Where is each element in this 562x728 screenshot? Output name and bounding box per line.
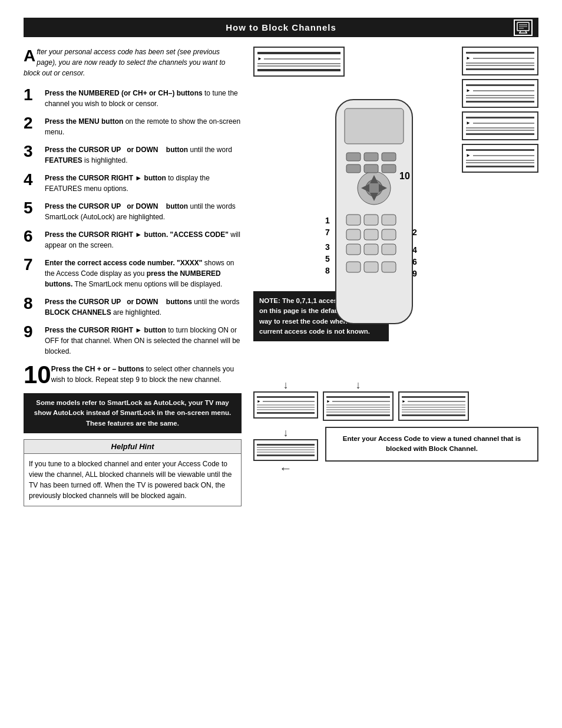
svg-text:1: 1	[325, 216, 330, 225]
remote-control-diagram: 10 1 7 2 4 6 9 3	[312, 94, 442, 343]
main-tv-line-bot	[257, 69, 340, 71]
tv2-line2	[466, 95, 534, 96]
tv3-line3	[466, 130, 534, 131]
btv3-thin4	[402, 409, 465, 410]
arrow-pointing-right: ←	[279, 461, 292, 476]
btv2-thin1	[332, 401, 390, 402]
btv2-row1: ►	[326, 399, 390, 403]
tv2-dots-row: ►	[466, 88, 534, 93]
step-6-number: 6	[24, 228, 45, 245]
step-4: 4 Press the CURSOR RIGHT ► button to dis…	[24, 172, 242, 194]
right-column: ► ►	[253, 47, 538, 506]
step-8: 8 Press the CURSOR UP or DOWN buttons un…	[24, 295, 242, 318]
btv3-line1	[402, 396, 465, 398]
svg-rect-28	[364, 153, 378, 161]
svg-text:2: 2	[412, 228, 417, 237]
step-10-text: Press the CH + or – buttons to select ot…	[51, 363, 242, 385]
left-column: A fter your personal access code has bee…	[24, 47, 242, 506]
main-tv-thin1	[264, 58, 340, 60]
helpful-hint-title-text: Helpful Hint	[111, 442, 154, 451]
btv3-row1: ►	[402, 399, 465, 403]
btv1-row1: ►	[257, 399, 315, 403]
btv4-thin1	[257, 447, 315, 448]
step-7: 7 Enter the correct access code number. …	[24, 256, 242, 289]
main-tv-thin2	[257, 63, 340, 64]
bottom-tv4-arrow: ↓	[283, 427, 289, 439]
step-6: 6 Press the CURSOR RIGHT ► button. "ACCE…	[24, 228, 242, 251]
step-1-number: 1	[24, 87, 45, 103]
svg-text:6: 6	[412, 257, 417, 266]
remote-svg: 10 1 7 2 4 6 9 3	[312, 94, 442, 341]
helpful-hint-section: Helpful Hint If you tune to a blocked ch…	[24, 439, 242, 506]
tv-line-thin3	[466, 65, 534, 66]
steps-list: 1 Press the NUMBERED (or CH+ or CH–) but…	[24, 87, 242, 387]
svg-text:8: 8	[325, 266, 330, 275]
bottom-tv-4-wrap: ↓ ←	[253, 427, 318, 476]
tv-line	[466, 52, 534, 54]
btv1-line-bot	[257, 412, 315, 414]
btv2-line-bot	[326, 414, 390, 416]
svg-rect-16	[364, 215, 378, 225]
tv2-line3	[466, 97, 534, 98]
tv3-line-top	[466, 117, 534, 118]
step-9-number: 9	[24, 324, 45, 340]
bottom-tv3-spacer: ↓	[431, 379, 437, 391]
step-5-number: 5	[24, 200, 45, 216]
smartlock-note-text: Some models refer to SmartLock as AutoLo…	[34, 399, 231, 427]
step-9-text: Press the CURSOR RIGHT ► button to turn …	[45, 324, 242, 357]
step-3-number: 3	[24, 143, 45, 160]
tv-line-thin	[473, 58, 534, 59]
svg-rect-17	[382, 215, 396, 225]
svg-text:9: 9	[412, 269, 417, 278]
tv4-line-bottom	[466, 166, 534, 167]
svg-rect-25	[364, 262, 378, 272]
btv4-line1	[257, 444, 315, 446]
tv4-arrow-right: ►	[466, 153, 471, 158]
svg-rect-32	[382, 164, 396, 173]
tv-line-thin2	[466, 62, 534, 64]
tv4-line-top	[466, 149, 534, 151]
step-5: 5 Press the CURSOR UP or DOWN button unt…	[24, 200, 242, 222]
svg-rect-31	[364, 164, 378, 173]
page-header: How to Block Channels	[24, 18, 538, 37]
main-tv-inner: ►	[254, 48, 343, 75]
tv-dots-row: ►	[466, 55, 534, 61]
step-2-text: Press the MENU button on the remote to s…	[45, 115, 242, 137]
svg-rect-26	[382, 262, 396, 272]
bottom-tv-4	[253, 439, 318, 461]
tv-arrow-right: ►	[466, 55, 471, 61]
tv2-line-top	[466, 84, 534, 86]
intro-text: A fter your personal access code has bee…	[24, 47, 242, 78]
svg-rect-22	[364, 244, 378, 255]
svg-text:5: 5	[325, 254, 330, 263]
bottom-tv-3: ►	[398, 391, 469, 421]
btv1-arrow: ►	[257, 399, 261, 403]
main-layout: A fter your personal access code has bee…	[24, 47, 538, 506]
btv3-line-bot	[402, 414, 465, 416]
bottom-tv2-arrow: ↓	[356, 379, 361, 391]
tv3-line2	[466, 127, 534, 129]
smartlock-note: Some models refer to SmartLock as AutoLo…	[24, 393, 242, 433]
svg-rect-29	[382, 153, 396, 161]
btv4-thin2	[257, 449, 315, 450]
btv1-thin1	[263, 401, 315, 402]
bottom-tv-2: ►	[323, 391, 394, 421]
svg-rect-21	[346, 244, 361, 255]
step-5-text: Press the CURSOR UP or DOWN button until…	[45, 200, 242, 222]
helpful-hint-title: Helpful Hint	[24, 440, 241, 454]
diagram-area: ► ►	[253, 47, 538, 377]
svg-rect-23	[382, 244, 396, 255]
access-code-box: Enter your Access Code to view a tuned c…	[325, 427, 538, 462]
bottom-tv-2-wrap: ↓ ►	[323, 379, 394, 421]
step-4-number: 4	[24, 172, 45, 188]
tv4-line-thin	[473, 155, 534, 156]
step-8-text: Press the CURSOR UP or DOWN buttons unti…	[45, 295, 242, 318]
step-1: 1 Press the NUMBERED (or CH+ or CH–) but…	[24, 87, 242, 109]
svg-rect-20	[382, 229, 396, 240]
svg-rect-8	[345, 108, 404, 144]
page-title: How to Block Channels	[226, 22, 336, 32]
btv2-arrow: ►	[326, 399, 330, 403]
tv3-line-bottom	[466, 133, 534, 135]
svg-text:7: 7	[325, 228, 330, 237]
step-10-number: 10	[24, 363, 51, 387]
